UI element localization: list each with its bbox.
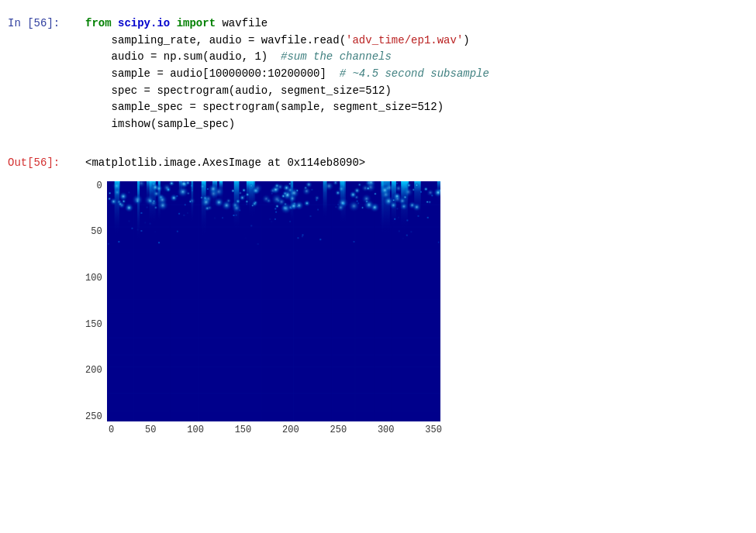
output-area: Out[56]: <matplotlib.image.AxesImage at … xyxy=(0,155,756,169)
code-line-7: imshow(sample_spec) xyxy=(85,116,756,133)
code-line-6: sample_spec = spectrogram(sample, segmen… xyxy=(85,99,756,116)
y-tick-100: 100 xyxy=(85,273,102,283)
code-line-4: sample = audio[10000000:10200000] # ~4.5… xyxy=(85,66,756,83)
plot-container: 0 50 100 150 200 250 xyxy=(85,181,440,421)
code-line-5: spec = spectrogram(audio, segment_size=5… xyxy=(85,83,756,100)
input-label: In [56]: xyxy=(0,15,85,29)
x-tick-50: 50 xyxy=(145,425,156,435)
y-tick-250: 250 xyxy=(85,412,102,421)
code-line-2: sampling_rate, audio = wavfile.read('adv… xyxy=(85,33,756,50)
x-tick-0: 0 xyxy=(109,425,114,435)
code-line-1: from scipy.io import wavfile xyxy=(85,15,756,33)
code-block[interactable]: from scipy.io import wavfile sampling_ra… xyxy=(85,15,756,133)
x-tick-150: 150 xyxy=(235,425,252,435)
spectrogram-plot xyxy=(107,181,440,421)
input-area: In [56]: from scipy.io import wavfile sa… xyxy=(0,15,756,133)
code-line-3: audio = np.sum(audio, 1) #sum the channe… xyxy=(85,49,756,66)
y-tick-50: 50 xyxy=(91,227,102,236)
plot-area: 0 50 100 150 200 250 0 50 100 150 200 25… xyxy=(85,181,756,435)
x-tick-200: 200 xyxy=(282,425,299,435)
y-tick-200: 200 xyxy=(85,366,102,375)
x-axis: 0 50 100 150 200 250 300 350 xyxy=(109,425,442,435)
x-tick-350: 350 xyxy=(425,425,442,435)
y-axis: 0 50 100 150 200 250 xyxy=(85,181,107,421)
jupyter-cell: In [56]: from scipy.io import wavfile sa… xyxy=(0,12,756,438)
y-tick-0: 0 xyxy=(96,181,102,191)
spectrogram-canvas xyxy=(107,181,440,421)
y-tick-150: 150 xyxy=(85,320,102,329)
x-tick-250: 250 xyxy=(330,425,347,435)
x-tick-300: 300 xyxy=(378,425,395,435)
x-tick-100: 100 xyxy=(187,425,204,435)
output-value: <matplotlib.image.AxesImage at 0x114eb80… xyxy=(85,155,365,169)
output-label: Out[56]: xyxy=(0,155,85,169)
